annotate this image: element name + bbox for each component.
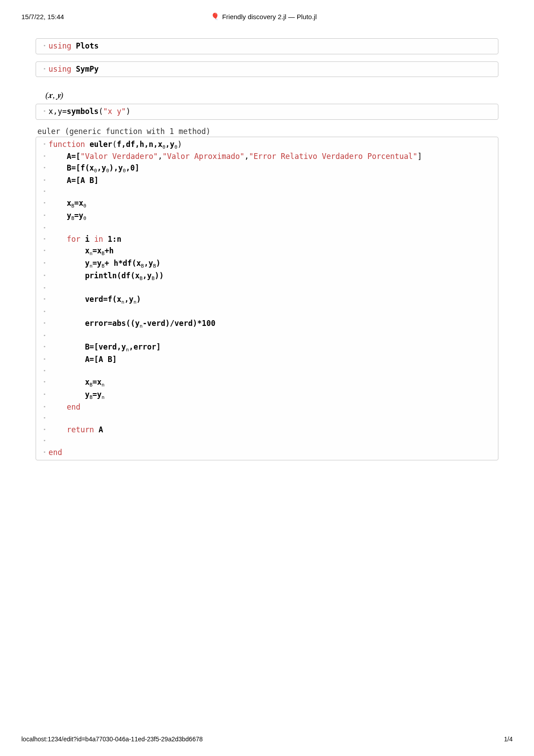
keyword: using [49,65,71,73]
page-title: 🎈 Friendly discovery 2.jl — Pluto.jl [211,12,317,20]
notebook-content: • using Plots • using SymPy (𝒙, 𝒚) • x,y… [0,25,534,460]
package-name: SymPy [76,65,98,73]
page-header: 15/7/22, 15:44 🎈 Friendly discovery 2.jl… [0,0,534,25]
line-marker-icon: • [40,64,49,73]
page-number: 1/4 [504,736,513,743]
package-name: Plots [76,41,98,50]
code-line: • using Plots [40,41,494,52]
keyword: using [49,41,71,50]
cell-euler-function[interactable]: •function euler(f,df,h,n,x0,y0) • A=["Va… [36,137,498,461]
code-line: • x,y=symbols("x y") [40,106,494,118]
cell-symbols[interactable]: • x,y=symbols("x y") [36,104,498,120]
output-euler: euler (generic function with 1 method) [36,127,498,137]
output-symbols: (𝒙, 𝒚) [36,84,498,104]
cell-using-sympy[interactable]: • using SymPy [36,61,498,77]
line-marker-icon: • [40,106,49,115]
cell-using-plots[interactable]: • using Plots [36,38,498,54]
timestamp: 15/7/22, 15:44 [21,13,64,20]
code-line: • using SymPy [40,64,494,75]
line-marker-icon: • [40,41,49,50]
pluto-icon: 🎈 [211,12,219,20]
title-text: Friendly discovery 2.jl — Pluto.jl [222,13,317,20]
footer-url: localhost:1234/edit?id=b4a77030-046a-11e… [21,736,203,743]
page-footer: localhost:1234/edit?id=b4a77030-046a-11e… [21,736,513,743]
